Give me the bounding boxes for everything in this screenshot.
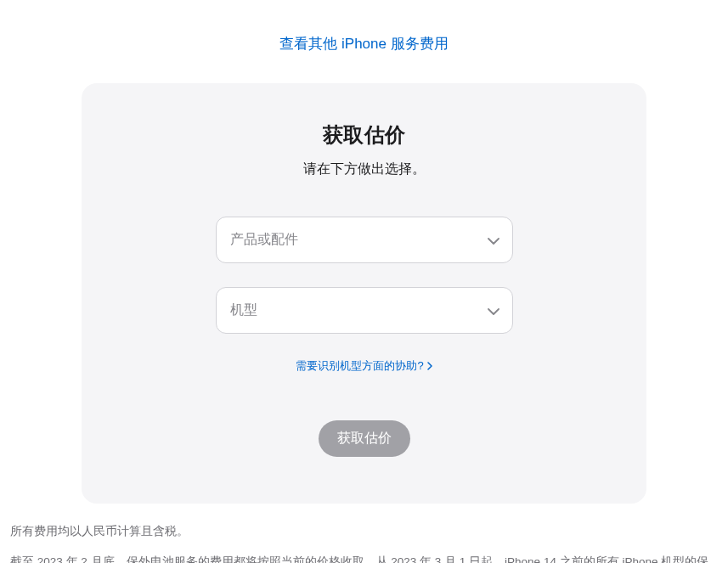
view-other-services-link[interactable]: 查看其他 iPhone 服务费用: [0, 34, 728, 53]
get-estimate-button[interactable]: 获取估价: [319, 420, 410, 457]
product-select-wrapper: 产品或配件: [216, 217, 513, 263]
model-select-wrapper: 机型: [216, 287, 513, 334]
footer-price-change-note: 截至 2023 年 2 月底，保外电池服务的费用都将按照当前的价格收取。从 20…: [10, 551, 718, 563]
estimate-card: 获取估价 请在下方做出选择。 产品或配件 机型 需要识别机型方面的协助? 获取估…: [82, 83, 646, 504]
product-select[interactable]: 产品或配件: [216, 217, 513, 263]
chevron-right-icon: [427, 360, 432, 373]
footer-text: 所有费用均以人民币计算且含税。 截至 2023 年 2 月底，保外电池服务的费用…: [0, 504, 728, 563]
card-title: 获取估价: [116, 121, 612, 149]
identify-model-help-link[interactable]: 需要识别机型方面的协助?: [296, 358, 432, 374]
model-select[interactable]: 机型: [216, 287, 513, 334]
card-subtitle: 请在下方做出选择。: [116, 160, 612, 178]
footer-tax-note: 所有费用均以人民币计算且含税。: [10, 521, 718, 543]
help-link-text: 需要识别机型方面的协助?: [296, 358, 423, 374]
